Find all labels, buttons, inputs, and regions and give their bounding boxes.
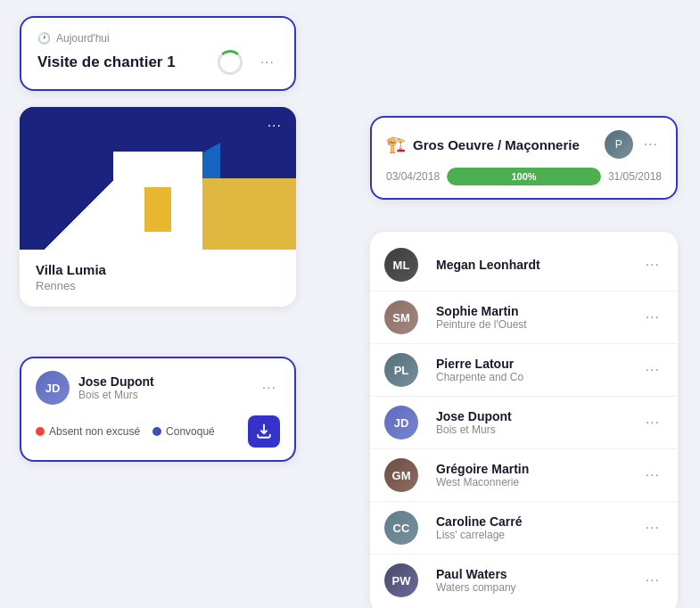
progress-start-date: 03/04/2018 <box>386 170 440 183</box>
progress-more-button[interactable]: ··· <box>640 135 662 154</box>
people-company: Bois et Murs <box>436 423 642 436</box>
avatar-ml: ML <box>384 248 418 282</box>
progress-header: 🏗️ Gros Oeuvre / Maçonnerie P ··· <box>386 130 662 159</box>
people-list-card: MLMegan Leonhardt···SMSophie MartinPeint… <box>370 232 678 608</box>
progress-bar-fill: 100% <box>447 168 601 185</box>
people-list-item: GMGrégoire MartinWest Maconnerie··· <box>370 449 678 502</box>
task-title: Visite de chantier 1 <box>37 53 176 71</box>
progress-avatar: P <box>605 130 633 159</box>
people-info: Pierre LatourCharpente and Co <box>436 357 642 383</box>
people-company: Liss' carrelage <box>436 529 642 541</box>
avatar-cc: CC <box>384 511 418 545</box>
people-company: Charpente and Co <box>436 371 642 383</box>
people-more-button[interactable]: ··· <box>642 413 663 432</box>
people-company: Peinture de l'Ouest <box>436 318 642 331</box>
clock-icon: 🕐 <box>37 32 51 45</box>
villa-name: Villa Lumia <box>36 262 280 277</box>
progress-bar-container: 100% <box>447 168 601 185</box>
people-name: Paul Waters <box>436 567 642 581</box>
progress-spinner <box>218 50 243 75</box>
people-company: West Maconnerie <box>436 476 642 489</box>
villa-info: Villa Lumia Rennes <box>20 250 296 307</box>
villa-more-button[interactable]: ··· <box>264 116 285 136</box>
progress-title: Gros Oeuvre / Maçonnerie <box>413 137 605 152</box>
progress-card: 🏗️ Gros Oeuvre / Maçonnerie P ··· 03/04/… <box>370 116 678 200</box>
villa-image: ··· <box>20 107 296 250</box>
absent-dot <box>36 427 45 436</box>
task-card: 🕐 Aujourd'hui Visite de chantier 1 ··· <box>20 16 296 91</box>
people-list-item: CCCaroline CarréLiss' carrelage··· <box>370 502 678 555</box>
attendance-more-button[interactable]: ··· <box>259 378 280 398</box>
progress-dates: 03/04/2018 100% 31/05/2018 <box>386 168 662 185</box>
task-header: 🕐 Aujourd'hui <box>37 32 278 45</box>
download-icon <box>256 423 272 440</box>
avatar-pl: PL <box>384 353 418 387</box>
attendance-legend: Absent non excusé Convoqué <box>36 415 280 448</box>
task-more-button[interactable]: ··· <box>257 53 278 72</box>
convoque-legend: Convoqué <box>152 425 215 438</box>
people-more-button[interactable]: ··· <box>642 255 663 275</box>
people-info: Caroline CarréLiss' carrelage <box>436 514 642 541</box>
convoque-label: Convoqué <box>166 425 215 438</box>
attendance-header: JD Jose Dupont Bois et Murs ··· <box>36 371 280 405</box>
people-name: Caroline Carré <box>436 514 642 529</box>
people-info: Grégoire MartinWest Maconnerie <box>436 462 642 489</box>
people-more-button[interactable]: ··· <box>642 360 663 380</box>
people-name: Sophie Martin <box>436 304 642 318</box>
people-more-button[interactable]: ··· <box>642 571 663 590</box>
people-more-button[interactable]: ··· <box>642 518 663 538</box>
task-row: Visite de chantier 1 ··· <box>37 50 278 75</box>
avatar-jd: JD <box>384 406 418 440</box>
people-list-item: JDJose DupontBois et Murs··· <box>370 397 678 449</box>
people-more-button[interactable]: ··· <box>642 308 663 327</box>
avatar-gm: GM <box>384 458 418 492</box>
people-list-item: MLMegan Leonhardt··· <box>370 239 678 292</box>
attendance-card: JD Jose Dupont Bois et Murs ··· Absent n… <box>20 357 296 462</box>
people-list-item: PWPaul WatersWaters company··· <box>370 555 678 606</box>
villa-card: ··· Villa Lumia Rennes <box>20 107 296 307</box>
people-name: Jose Dupont <box>436 409 642 423</box>
building-shape <box>95 134 220 250</box>
convoque-dot <box>152 427 161 436</box>
people-name: Megan Leonhardt <box>436 258 642 272</box>
today-label: Aujourd'hui <box>56 32 278 45</box>
progress-percent: 100% <box>511 171 536 182</box>
avatar-pw: PW <box>384 563 418 597</box>
people-list-item: PLPierre LatourCharpente and Co··· <box>370 344 678 397</box>
people-list-item: SMSophie MartinPeinture de l'Ouest··· <box>370 292 678 344</box>
people-name: Grégoire Martin <box>436 462 642 476</box>
people-info: Megan Leonhardt <box>436 258 642 272</box>
people-more-button[interactable]: ··· <box>642 465 663 485</box>
person-info: Jose Dupont Bois et Murs <box>78 374 259 401</box>
people-info: Jose DupontBois et Murs <box>436 409 642 436</box>
progress-end-date: 31/05/2018 <box>608 170 662 183</box>
absent-legend: Absent non excusé <box>36 425 140 438</box>
person-name: Jose Dupont <box>78 374 259 389</box>
jose-avatar: JD <box>36 371 70 405</box>
people-info: Sophie MartinPeinture de l'Ouest <box>436 304 642 331</box>
villa-location: Rennes <box>36 279 280 292</box>
people-company: Waters company <box>436 581 642 594</box>
absent-label: Absent non excusé <box>49 425 140 438</box>
people-info: Paul WatersWaters company <box>436 567 642 594</box>
people-name: Pierre Latour <box>436 357 642 371</box>
building-accent <box>144 187 171 232</box>
building-category-icon: 🏗️ <box>386 135 406 154</box>
avatar-sm: SM <box>384 300 418 334</box>
attendance-action-button[interactable] <box>248 415 280 448</box>
person-company: Bois et Murs <box>78 389 259 401</box>
